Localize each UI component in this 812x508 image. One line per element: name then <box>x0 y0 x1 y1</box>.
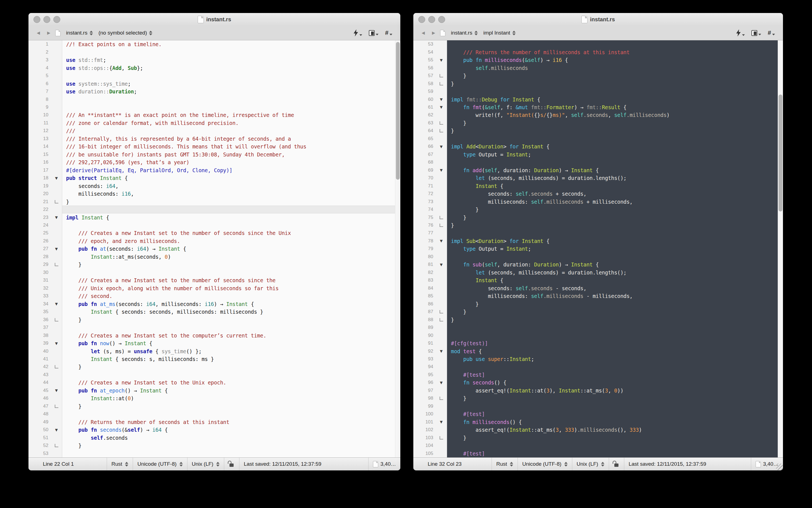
line-text[interactable]: write!(f, "Instant({}s/{}ms)", self.seco… <box>447 111 783 119</box>
code-line[interactable]: 62 write!(f, "Instant({}s/{}ms)", self.s… <box>413 111 783 119</box>
code-line[interactable]: 88} <box>413 315 783 323</box>
line-text[interactable] <box>62 410 400 418</box>
line-text[interactable]: } <box>447 394 783 402</box>
code-line[interactable]: 37 <box>29 324 400 331</box>
code-line[interactable]: 95 #[test] <box>413 371 783 379</box>
code-line[interactable]: 47 } <box>29 403 400 410</box>
code-line[interactable]: 98 } <box>413 394 783 402</box>
code-line[interactable]: 1//! Exact points on a timeline. <box>29 40 400 48</box>
line-text[interactable]: } <box>447 308 783 315</box>
line-text[interactable] <box>447 331 783 339</box>
symbol-popup[interactable]: impl Instant <box>483 30 516 36</box>
code-line[interactable]: 19 seconds: i64, <box>29 182 400 189</box>
code-line[interactable]: 21} <box>29 198 400 205</box>
line-text[interactable]: /// <box>62 127 400 135</box>
line-text[interactable]: use duration::Duration; <box>62 88 400 95</box>
line-text[interactable]: pub fn at_epoch() → Instant { <box>62 387 400 394</box>
line-text[interactable]: /// epoch, and zero milliseconds. <box>62 237 400 245</box>
fold-end-icon[interactable] <box>440 318 443 322</box>
line-text[interactable]: mod test { <box>447 347 783 355</box>
code-line[interactable]: 78▼impl Sub<Duration> for Instant { <box>413 237 783 245</box>
fold-arrow-icon[interactable]: ▼ <box>55 341 58 345</box>
bookmarks-button[interactable]: # <box>766 30 777 36</box>
encoding-popup[interactable]: Unicode (UTF-8) <box>133 458 187 470</box>
fold-end-icon[interactable] <box>55 405 58 408</box>
line-endings-popup[interactable]: Unix (LF) <box>188 458 224 470</box>
code-line[interactable]: 81▼ fn sub(self, duration: Duration) → I… <box>413 261 783 268</box>
code-line[interactable]: 80 <box>413 253 783 261</box>
code-line[interactable]: 2 <box>29 48 400 56</box>
line-text[interactable]: Instant { seconds: seconds, milliseconds… <box>62 308 400 315</box>
line-text[interactable]: #[derive(PartialEq, Eq, PartialOrd, Ord,… <box>62 166 400 174</box>
line-text[interactable]: pub fn at_ms(seconds: i64, milliseconds:… <box>62 300 400 308</box>
code-line[interactable]: 72 seconds: self.seconds + seconds, <box>413 190 783 198</box>
bundle-actions-button[interactable] <box>352 29 364 37</box>
line-text[interactable]: } <box>447 119 783 127</box>
code-line[interactable]: 58} <box>413 80 783 87</box>
code-line[interactable]: 79 type Output = Instant; <box>413 245 783 253</box>
fold-end-icon[interactable] <box>55 318 58 322</box>
code-line[interactable]: 26 /// epoch, and zero milliseconds. <box>29 237 400 245</box>
code-line[interactable]: 48 <box>29 410 400 418</box>
code-line[interactable]: 65 <box>413 135 783 142</box>
line-text[interactable] <box>447 158 783 166</box>
bundle-actions-button[interactable] <box>734 29 747 37</box>
fold-end-icon[interactable] <box>55 444 58 447</box>
line-text[interactable]: } <box>447 206 783 213</box>
code-line[interactable]: 9 <box>29 103 400 111</box>
code-line[interactable]: 3use std::fmt; <box>29 56 400 64</box>
code-line[interactable]: 85 milliseconds: self.milliseconds - mil… <box>413 292 783 300</box>
line-text[interactable]: /// Creates a new Instant set to the Uni… <box>62 379 400 386</box>
bookmarks-button[interactable]: # <box>383 30 394 36</box>
code-line[interactable]: 24 <box>29 221 400 229</box>
line-text[interactable]: } <box>447 300 783 308</box>
code-line[interactable]: 59 <box>413 88 783 95</box>
code-line[interactable]: 99 <box>413 403 783 410</box>
code-line[interactable]: 32 /// Unix epoch, along with the number… <box>29 284 400 292</box>
code-line[interactable]: 77 <box>413 229 783 237</box>
line-text[interactable] <box>62 371 400 379</box>
code-line[interactable]: 89 <box>413 324 783 331</box>
code-line[interactable]: 10/// An **instant** is an exact point o… <box>29 111 400 119</box>
line-text[interactable]: assert_eq!(Instant::at_ms(3, 333).millis… <box>447 426 783 434</box>
scrollbar-thumb[interactable] <box>396 42 400 180</box>
code-line[interactable]: 61▼ fn fmt(&self, f: &mut fmt::Formatter… <box>413 103 783 111</box>
line-text[interactable]: /// Creates a new Instant set to the num… <box>62 277 400 284</box>
line-text[interactable] <box>62 95 400 103</box>
code-line[interactable]: 53 <box>413 40 783 48</box>
line-text[interactable] <box>62 324 400 331</box>
line-text[interactable]: impl Sub<Duration> for Instant { <box>447 237 783 245</box>
scrollbar-thumb[interactable] <box>778 94 782 211</box>
layout-button[interactable] <box>749 30 763 36</box>
code-line[interactable]: 83 Instant { <box>413 277 783 284</box>
zoom-button[interactable] <box>438 16 445 23</box>
line-text[interactable]: /// be unsuitable for) instants past GMT… <box>62 151 400 158</box>
line-text[interactable]: fn seconds() { <box>447 379 783 386</box>
scrollbar-track[interactable] <box>778 40 783 457</box>
lock-toggle[interactable] <box>224 458 239 470</box>
line-text[interactable]: Instant { seconds: s, milliseconds: ms } <box>62 355 400 363</box>
code-line[interactable]: 51 self.seconds <box>29 434 400 441</box>
fold-arrow-icon[interactable]: ▼ <box>440 349 443 353</box>
code-line[interactable]: 43 <box>29 371 400 379</box>
code-line[interactable]: 74 } <box>413 206 783 213</box>
fold-end-icon[interactable] <box>440 436 443 439</box>
code-line[interactable]: 29 } <box>29 261 400 268</box>
line-text[interactable]: use std::ops::{Add, Sub}; <box>62 64 400 72</box>
fold-end-icon[interactable] <box>440 216 443 219</box>
line-text[interactable]: /// second. <box>62 292 400 300</box>
line-text[interactable]: impl Instant { <box>62 213 400 221</box>
code-line[interactable]: 82 let (seconds, milliseconds) = duratio… <box>413 269 783 277</box>
code-line[interactable]: 73 milliseconds: self.milliseconds + mil… <box>413 198 783 205</box>
line-text[interactable]: type Output = Instant; <box>447 151 783 158</box>
line-text[interactable] <box>62 269 400 277</box>
line-text[interactable] <box>447 403 783 410</box>
line-text[interactable]: let (seconds, milliseconds) = duration.l… <box>447 269 783 277</box>
line-text[interactable]: } <box>447 434 783 441</box>
close-button[interactable] <box>418 16 425 23</box>
fold-end-icon[interactable] <box>55 200 58 203</box>
code-line[interactable]: 18▼pub struct Instant { <box>29 174 400 182</box>
fold-end-icon[interactable] <box>440 224 443 227</box>
line-text[interactable] <box>447 88 783 95</box>
code-line[interactable]: 28 Instant::at_ms(seconds, 0) <box>29 253 400 261</box>
